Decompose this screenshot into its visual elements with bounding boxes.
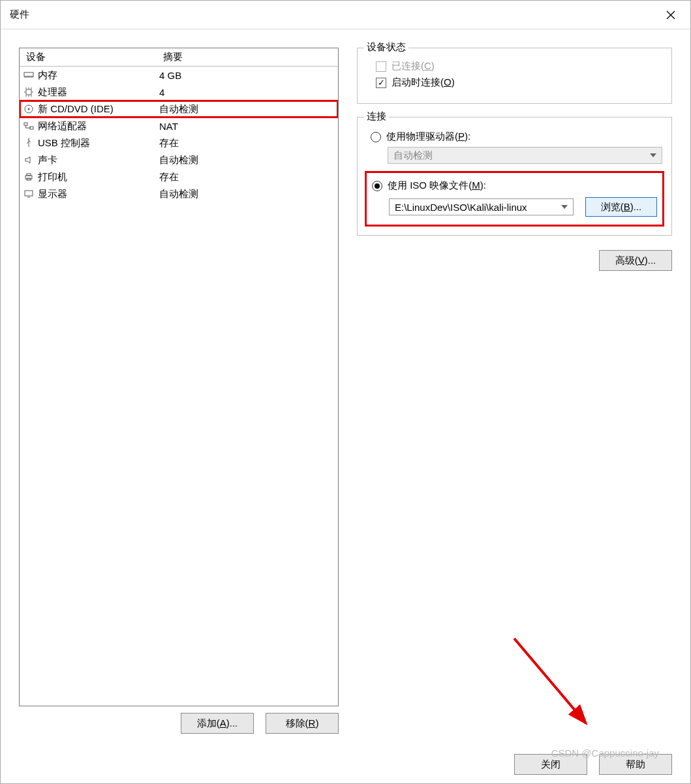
iso-file-row: 使用 ISO 映像文件(M): (372, 180, 657, 192)
device-panel: 设备 摘要 内存4 GB处理器4新 CD/DVD (IDE)自动检测网络适配器N… (19, 48, 339, 734)
device-row-usb[interactable]: USB 控制器存在 (20, 134, 338, 151)
iso-path-combo[interactable]: E:\LinuxDev\ISO\Kali\kali-linux (389, 198, 574, 215)
device-row-sound[interactable]: 声卡自动检测 (20, 151, 338, 168)
svg-rect-4 (24, 123, 27, 125)
svg-rect-8 (27, 174, 31, 176)
cpu-icon (23, 87, 34, 97)
device-row-display[interactable]: 显示器自动检测 (20, 185, 338, 202)
dialog-footer: 关闭 帮助 (1, 745, 690, 783)
hardware-dialog: 硬件 设备 摘要 内存4 GB处理器4新 CD/DVD (IDE)自动检测网络适… (0, 0, 691, 784)
iso-file-label: 使用 ISO 映像文件(M): (388, 180, 486, 192)
browse-button-label: 浏览(B)... (601, 201, 642, 213)
device-summary: 4 (159, 87, 334, 98)
memory-icon (23, 70, 34, 80)
advanced-row: 高级(V)... (357, 250, 672, 271)
device-summary: 4 GB (159, 70, 334, 81)
device-name: 处理器 (38, 86, 159, 99)
device-status-group: 设备状态 已连接(C) 启动时连接(O) (357, 48, 672, 104)
device-name: 打印机 (38, 171, 159, 183)
connection-group: 连接 使用物理驱动器(P): 自动检测 使用 ISO 映像文件(M): (357, 117, 672, 236)
connected-row: 已连接(C) (376, 60, 662, 72)
device-name: USB 控制器 (38, 137, 159, 149)
device-table: 设备 摘要 内存4 GB处理器4新 CD/DVD (IDE)自动检测网络适配器N… (19, 48, 339, 706)
svg-rect-1 (26, 89, 31, 95)
svg-point-3 (28, 108, 30, 110)
device-name: 新 CD/DVD (IDE) (38, 103, 159, 116)
physical-drive-combo: 自动检测 (388, 147, 662, 164)
iso-path-value: E:\LinuxDev\ISO\Kali\kali-linux (395, 202, 527, 213)
close-icon[interactable] (660, 5, 681, 25)
device-summary: 自动检测 (159, 188, 334, 200)
usb-icon (23, 138, 34, 148)
printer-icon (23, 172, 34, 182)
device-row-printer[interactable]: 打印机存在 (20, 168, 338, 185)
device-row-disc[interactable]: 新 CD/DVD (IDE)自动检测 (20, 101, 338, 118)
physical-drive-radio[interactable] (371, 132, 381, 142)
svg-rect-10 (25, 191, 33, 196)
device-name: 网络适配器 (38, 120, 159, 133)
connection-legend: 连接 (364, 110, 389, 123)
connect-poweron-row: 启动时连接(O) (376, 76, 662, 89)
iso-file-radio[interactable] (372, 181, 382, 191)
physical-drive-value: 自动检测 (393, 149, 433, 162)
remove-button[interactable]: 移除(R) (266, 713, 339, 734)
device-name: 内存 (38, 69, 159, 82)
settings-panel: 设备状态 已连接(C) 启动时连接(O) 连接 使用物理驱动器(P): (357, 48, 672, 734)
add-button-label: 添加(A)... (197, 717, 238, 730)
sound-icon (23, 155, 34, 165)
display-icon (23, 189, 34, 199)
device-row-network[interactable]: 网络适配器NAT (20, 118, 338, 134)
device-summary: 存在 (159, 171, 334, 183)
connect-poweron-checkbox[interactable] (376, 78, 386, 88)
disc-icon (23, 104, 34, 114)
svg-point-6 (28, 138, 29, 140)
titlebar: 硬件 (1, 1, 690, 29)
browse-button[interactable]: 浏览(B)... (585, 197, 657, 217)
advanced-button-label: 高级(V)... (615, 255, 656, 267)
device-summary: NAT (159, 121, 334, 132)
device-table-header: 设备 摘要 (20, 48, 338, 67)
help-button[interactable]: 帮助 (599, 754, 672, 775)
device-row-cpu[interactable]: 处理器4 (20, 84, 338, 101)
device-name: 声卡 (38, 154, 159, 166)
physical-drive-row: 使用物理驱动器(P): (371, 131, 662, 143)
connected-label: 已连接(C) (392, 60, 435, 72)
dialog-title: 硬件 (10, 8, 660, 21)
physical-drive-label: 使用物理驱动器(P): (386, 131, 470, 143)
connected-checkbox (376, 61, 386, 72)
device-name: 显示器 (38, 188, 159, 200)
network-icon (23, 121, 34, 131)
add-button[interactable]: 添加(A)... (181, 713, 254, 734)
close-button[interactable]: 关闭 (514, 754, 587, 775)
dialog-body: 设备 摘要 内存4 GB处理器4新 CD/DVD (IDE)自动检测网络适配器N… (1, 29, 690, 745)
device-status-legend: 设备状态 (364, 41, 408, 54)
device-row-memory[interactable]: 内存4 GB (20, 67, 338, 84)
iso-highlight-box: 使用 ISO 映像文件(M): E:\LinuxDev\ISO\Kali\kal… (365, 171, 664, 227)
device-summary: 自动检测 (159, 103, 334, 116)
device-buttons: 添加(A)... 移除(R) (19, 713, 339, 734)
col-summary[interactable]: 摘要 (157, 48, 189, 66)
iso-path-row: E:\LinuxDev\ISO\Kali\kali-linux 浏览(B)... (389, 197, 657, 217)
svg-rect-0 (24, 72, 33, 76)
advanced-button[interactable]: 高级(V)... (599, 250, 672, 271)
device-summary: 自动检测 (159, 154, 334, 166)
connect-poweron-label: 启动时连接(O) (392, 76, 455, 89)
device-summary: 存在 (159, 137, 334, 149)
col-device[interactable]: 设备 (20, 48, 157, 66)
remove-button-label: 移除(R) (286, 717, 319, 730)
